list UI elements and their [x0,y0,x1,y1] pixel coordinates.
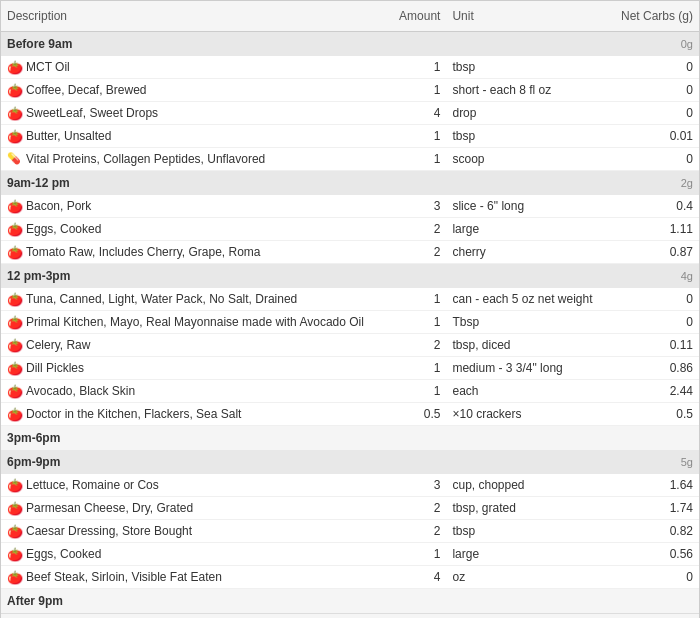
food-desc: 🍅 Avocado, Black Skin [1,380,390,403]
food-unit: each [446,380,614,403]
food-unit: tbsp [446,56,614,79]
food-icon: 🍅 [7,361,21,375]
food-unit: cup, chopped [446,474,614,497]
food-name: Eggs, Cooked [26,222,101,236]
food-name: Beef Steak, Sirloin, Visible Fat Eaten [26,570,222,584]
table-row: 💊 Vital Proteins, Collagen Peptides, Unf… [1,148,699,171]
section-netcarbs: 5g [615,450,699,474]
food-amount: 1 [390,380,446,403]
table-row: 🍅 Bacon, Pork 3 slice - 6" long 0.4 [1,195,699,218]
col-header-netcarbs: Net Carbs (g) [615,1,699,32]
food-name: Vital Proteins, Collagen Peptides, Unfla… [26,152,265,166]
food-name: Parmesan Cheese, Dry, Grated [26,501,193,515]
food-icon: 🍅 [7,338,21,352]
food-netcarbs: 0 [615,288,699,311]
food-netcarbs: 1.74 [615,497,699,520]
food-amount: 2 [390,241,446,264]
food-icon: 🍅 [7,60,21,74]
food-desc: 🍅 Butter, Unsalted [1,125,390,148]
food-netcarbs: 0 [615,102,699,125]
food-unit: large [446,543,614,566]
section-netcarbs: 2g [615,171,699,196]
food-desc: 🍅 Celery, Raw [1,334,390,357]
food-amount: 1 [390,148,446,171]
table-row: 🍅 Beef Steak, Sirloin, Visible Fat Eaten… [1,566,699,589]
table-row: 🍅 Caesar Dressing, Store Bought 2 tbsp 0… [1,520,699,543]
food-netcarbs: 0 [615,566,699,589]
food-netcarbs: 1.11 [615,218,699,241]
food-unit: can - each 5 oz net weight [446,288,614,311]
food-desc: 🍅 Lettuce, Romaine or Cos [1,474,390,497]
food-name: Primal Kitchen, Mayo, Real Mayonnaise ma… [26,315,364,329]
food-desc: 🍅 Dill Pickles [1,357,390,380]
food-desc: 💊 Vital Proteins, Collagen Peptides, Unf… [1,148,390,171]
food-amount: 2 [390,334,446,357]
food-icon: 🍅 [7,384,21,398]
food-unit: scoop [446,148,614,171]
table-row: 🍅 Avocado, Black Skin 1 each 2.44 [1,380,699,403]
food-desc: 🍅 Doctor in the Kitchen, Flackers, Sea S… [1,403,390,426]
table-row: 🍅 Doctor in the Kitchen, Flackers, Sea S… [1,403,699,426]
food-netcarbs: 0.56 [615,543,699,566]
food-amount: 4 [390,566,446,589]
food-amount: 2 [390,520,446,543]
food-amount: 4 [390,102,446,125]
food-desc: 🍅 Coffee, Decaf, Brewed [1,79,390,102]
food-desc: 🍅 Beef Steak, Sirloin, Visible Fat Eaten [1,566,390,589]
food-desc: 🍅 Eggs, Cooked [1,218,390,241]
food-unit: Tbsp [446,311,614,334]
food-icon: 🍅 [7,245,21,259]
food-amount: 2 [390,497,446,520]
food-name: Butter, Unsalted [26,129,111,143]
food-icon: 🍅 [7,83,21,97]
food-netcarbs: 0.87 [615,241,699,264]
col-header-desc: Description [1,1,390,32]
section-netcarbs: 0g [615,32,699,57]
food-netcarbs: 1.64 [615,474,699,497]
food-unit: short - each 8 fl oz [446,79,614,102]
food-netcarbs: 0 [615,56,699,79]
section-label: 3pm-6pm [1,426,699,451]
food-amount: 1 [390,79,446,102]
section-label: Organize [1,614,699,619]
food-icon: 🍅 [7,222,21,236]
food-netcarbs: 0.82 [615,520,699,543]
food-icon: 🍅 [7,570,21,584]
food-unit: drop [446,102,614,125]
food-netcarbs: 0 [615,311,699,334]
food-unit: tbsp [446,520,614,543]
table-row: 🍅 MCT Oil 1 tbsp 0 [1,56,699,79]
food-desc: 🍅 Eggs, Cooked [1,543,390,566]
table-row: 🍅 Lettuce, Romaine or Cos 3 cup, chopped… [1,474,699,497]
table-row: 🍅 Dill Pickles 1 medium - 3 3/4" long 0.… [1,357,699,380]
food-name: SweetLeaf, Sweet Drops [26,106,158,120]
food-netcarbs: 0.11 [615,334,699,357]
table-row: 🍅 Celery, Raw 2 tbsp, diced 0.11 [1,334,699,357]
food-netcarbs: 0.4 [615,195,699,218]
food-unit: ×10 crackers [446,403,614,426]
food-icon: 🍅 [7,478,21,492]
food-desc: 🍅 Primal Kitchen, Mayo, Real Mayonnaise … [1,311,390,334]
food-desc: 🍅 Caesar Dressing, Store Bought [1,520,390,543]
food-name: MCT Oil [26,60,70,74]
food-name: Celery, Raw [26,338,90,352]
food-icon: 🍅 [7,407,21,421]
supplement-icon: 💊 [7,152,21,166]
section-label: Before 9am [1,32,615,57]
food-unit: large [446,218,614,241]
food-name: Dill Pickles [26,361,84,375]
col-header-unit: Unit [446,1,614,32]
food-amount: 1 [390,56,446,79]
food-desc: 🍅 Tomato Raw, Includes Cherry, Grape, Ro… [1,241,390,264]
food-name: Avocado, Black Skin [26,384,135,398]
food-icon: 🍅 [7,524,21,538]
food-netcarbs: 2.44 [615,380,699,403]
section-netcarbs: 4g [615,264,699,289]
table-row: 🍅 Primal Kitchen, Mayo, Real Mayonnaise … [1,311,699,334]
food-desc: 🍅 Tuna, Canned, Light, Water Pack, No Sa… [1,288,390,311]
food-name: Bacon, Pork [26,199,91,213]
section-label: 6pm-9pm [1,450,615,474]
food-name: Tomato Raw, Includes Cherry, Grape, Roma [26,245,261,259]
food-amount: 1 [390,125,446,148]
food-amount: 1 [390,311,446,334]
